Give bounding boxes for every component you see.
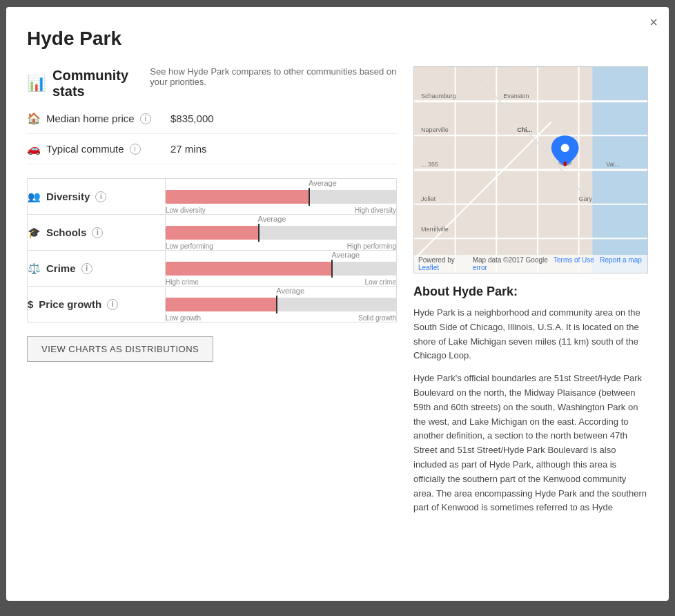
avg-label-diversity: Average [166, 179, 396, 187]
car-icon: 🚗 [27, 142, 41, 155]
commute-info-icon[interactable]: i [130, 144, 141, 155]
svg-text:Gary: Gary [579, 195, 593, 202]
close-button[interactable]: × [649, 15, 658, 29]
chart-label-diversity: 👥 Diversity i [28, 191, 165, 203]
bar-marker-price-growth [276, 296, 277, 314]
powered-by-leaflet: Powered by Leaflet [418, 256, 473, 271]
avg-label-crime: Average [166, 251, 396, 259]
map-attribution: Powered by Leaflet Map data ©2017 Google… [414, 255, 647, 273]
median-home-label: 🏠 Median home price i [27, 112, 165, 125]
bar-track-price-growth [166, 298, 396, 311]
avg-label-schools: Average [166, 215, 396, 223]
chart-info-icon-schools[interactable]: i [92, 227, 103, 238]
bar-chart-icon: 📊 [27, 75, 46, 93]
chart-info-icon-diversity[interactable]: i [95, 191, 106, 202]
chart-row-price-growth: $ Price growth i Average Low growth Soli… [28, 287, 397, 323]
bar-marker-schools [258, 224, 260, 242]
chart-table: 👥 Diversity i Average Low diversity High… [27, 178, 397, 323]
right-label-schools: High performing [347, 242, 396, 250]
bar-fill-schools [166, 226, 258, 240]
svg-text:Schaumburg: Schaumburg [421, 93, 456, 99]
chart-info-icon-price-growth[interactable]: i [107, 299, 118, 310]
chart-label-crime: ⚖️ Crime i [28, 262, 165, 275]
modal-overlay: × Hyde Park 📊 Community stats See how Hy… [0, 0, 675, 616]
right-label-price-growth: Solid growth [358, 314, 396, 322]
svg-text:Merrillville: Merrillville [421, 226, 449, 233]
svg-text:Chi...: Chi... [517, 126, 532, 133]
median-home-info-icon[interactable]: i [140, 113, 151, 124]
right-panel: Schaumburg Evanston Naperville Chi... Jo… [413, 66, 648, 515]
avg-label-price-growth: Average [166, 287, 396, 295]
chart-label-schools: 🎓 Schools i [28, 227, 165, 239]
about-section: About Hyde Park: Hyde Park is a neighbor… [413, 285, 648, 515]
about-paragraph-1: Hyde Park is a neighborhood and communit… [413, 306, 648, 363]
svg-text:Naperville: Naperville [421, 126, 449, 133]
bar-track-crime [166, 262, 396, 276]
axis-labels-price-growth: Low growth Solid growth [166, 314, 396, 322]
left-label-schools: Low performing [166, 242, 213, 250]
commute-value: 27 mins [170, 143, 207, 155]
chart-icon-crime: ⚖️ [28, 262, 41, 275]
chart-info-icon-crime[interactable]: i [81, 263, 92, 274]
svg-point-23 [561, 144, 569, 152]
bar-container-diversity [166, 190, 396, 204]
content-area: 📊 Community stats See how Hyde Park comp… [27, 66, 648, 515]
bar-container-price-growth [166, 298, 396, 311]
axis-labels-crime: High crime Low crime [166, 278, 396, 286]
median-home-value: $835,000 [170, 113, 214, 124]
svg-text:Val...: Val... [606, 161, 620, 168]
bar-fill-crime [166, 262, 331, 276]
chart-icon-price-growth: $ [28, 298, 33, 310]
home-icon: 🏠 [27, 112, 41, 125]
about-paragraph-2: Hyde Park's official boundaries are 51st… [413, 372, 648, 515]
svg-rect-24 [564, 162, 567, 166]
left-label-price-growth: Low growth [166, 314, 201, 322]
bar-container-crime [166, 262, 396, 276]
bar-fill-diversity [166, 190, 309, 204]
bar-fill-price-growth [166, 298, 276, 311]
typical-commute-label: 🚗 Typical commute i [27, 142, 165, 155]
view-charts-button[interactable]: VIEW CHARTS AS DISTRIBUTIONS [27, 336, 213, 362]
left-label-diversity: Low diversity [166, 206, 206, 214]
median-home-row: 🏠 Median home price i $835,000 [27, 104, 397, 134]
about-title: About Hyde Park: [413, 285, 648, 299]
axis-labels-diversity: Low diversity High diversity [166, 206, 396, 214]
chart-icon-schools: 🎓 [28, 227, 41, 239]
left-label-crime: High crime [166, 278, 199, 286]
svg-text:... 355: ... 355 [421, 161, 438, 168]
right-label-crime: Low crime [364, 278, 396, 286]
axis-labels-schools: Low performing High performing [166, 242, 396, 250]
bar-marker-crime [331, 260, 333, 278]
chart-row-diversity: 👥 Diversity i Average Low diversity High… [28, 179, 397, 215]
bar-marker-diversity [309, 188, 310, 206]
svg-text:Evanston: Evanston [503, 93, 529, 99]
modal: × Hyde Park 📊 Community stats See how Hy… [6, 7, 669, 601]
left-panel: 📊 Community stats See how Hyde Park comp… [27, 66, 397, 515]
map-data-credit: Map data ©2017 Google Terms of Use Repor… [473, 256, 643, 271]
bar-track-diversity [166, 190, 396, 204]
community-stats-title: Community stats [52, 68, 143, 99]
chart-label-price-growth: $ Price growth i [28, 298, 165, 310]
chart-row-crime: ⚖️ Crime i Average High crime Low crime [28, 251, 397, 287]
bar-track-schools [166, 226, 396, 240]
typical-commute-row: 🚗 Typical commute i 27 mins [27, 134, 397, 164]
community-stats-subtitle-inline: See how Hyde Park compares to other comm… [150, 66, 397, 87]
map-container[interactable]: Schaumburg Evanston Naperville Chi... Jo… [413, 66, 648, 273]
svg-text:Joliet: Joliet [421, 195, 436, 202]
chart-icon-diversity: 👥 [28, 191, 41, 203]
community-stats-header: 📊 Community stats See how Hyde Park comp… [27, 66, 397, 101]
page-title: Hyde Park [27, 28, 648, 50]
bar-container-schools [166, 226, 396, 240]
chart-row-schools: 🎓 Schools i Average Low performing High … [28, 215, 397, 251]
right-label-diversity: High diversity [355, 206, 396, 214]
